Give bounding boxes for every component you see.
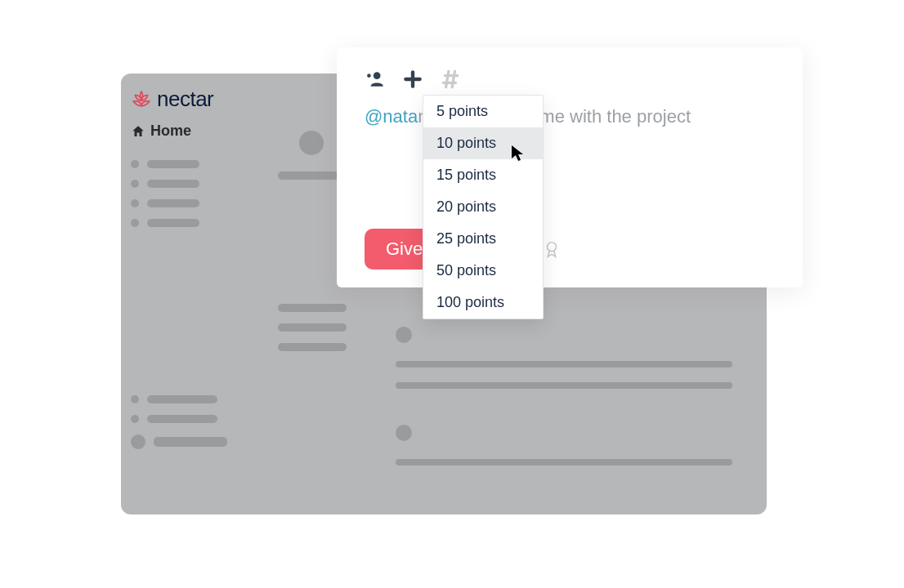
hashtag-icon[interactable] — [440, 69, 461, 93]
feed-item-skeleton — [396, 425, 732, 480]
nav-home[interactable]: Home — [131, 122, 191, 140]
points-dropdown[interactable]: 5 points10 points15 points20 points25 po… — [423, 95, 544, 319]
award-icon[interactable] — [543, 240, 561, 261]
points-option[interactable]: 25 points — [423, 223, 543, 255]
add-icon[interactable] — [402, 69, 423, 93]
main-avatar-skeleton — [299, 131, 324, 155]
add-person-icon[interactable] — [365, 69, 386, 93]
nectar-lotus-icon — [131, 89, 152, 110]
compose-mention: @nata — [365, 106, 418, 127]
sidebar-skeleton-group-2 — [131, 395, 227, 461]
feed-item-skeleton — [396, 327, 732, 403]
compose-shoutout-card: @natanks for helping me with the project… — [337, 47, 803, 287]
main-lines-skeleton-2 — [278, 304, 347, 363]
svg-point-1 — [548, 243, 557, 252]
brand-logo: nectar — [131, 87, 213, 112]
points-option[interactable]: 100 points — [423, 287, 543, 318]
svg-point-0 — [374, 72, 381, 79]
sidebar-skeleton-group-1 — [131, 160, 199, 238]
brand-name: nectar — [157, 87, 213, 112]
points-option[interactable]: 5 points — [423, 96, 543, 127]
cursor-icon — [510, 144, 526, 167]
home-icon — [131, 124, 145, 139]
nav-home-label: Home — [150, 122, 191, 140]
points-option[interactable]: 20 points — [423, 191, 543, 223]
points-option[interactable]: 50 points — [423, 255, 543, 287]
